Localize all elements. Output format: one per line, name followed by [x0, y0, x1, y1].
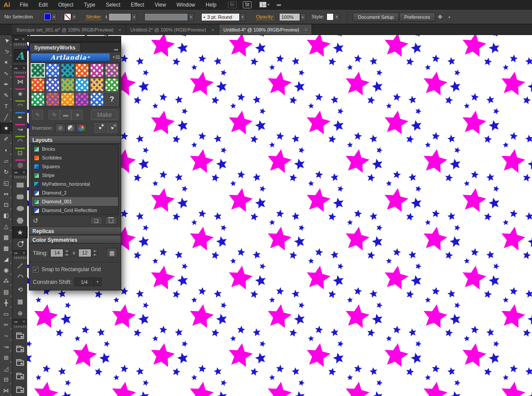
pattern-swatch-teal-ikat[interactable]	[60, 63, 75, 78]
menu-edit[interactable]: Edit	[33, 2, 53, 8]
layout-item-scribbles[interactable]: Scribbles	[32, 153, 118, 162]
polygon-tool[interactable]	[13, 215, 28, 226]
pattern-swatch-blue-flower[interactable]	[90, 92, 104, 106]
menu-effect[interactable]: Effect	[126, 2, 149, 8]
stroke-label[interactable]: Stroke:	[86, 14, 102, 20]
pattern-swatch-peacock-scallop[interactable]	[31, 63, 45, 78]
pattern-swatch-gold-lattice[interactable]	[90, 78, 104, 92]
menu-select[interactable]: Select	[101, 2, 126, 8]
stroke-weight-control[interactable]: ▲▼ ▾	[105, 13, 137, 21]
menu-object[interactable]: Object	[53, 2, 79, 8]
constrain-shift-dropdown[interactable]: 1/4 ▼	[74, 278, 102, 286]
clear-cursor-button[interactable]: ►⊘	[107, 123, 117, 133]
dock-close-icon[interactable]: ✕	[22, 37, 25, 41]
column-graph-tool[interactable]: ▤	[0, 286, 12, 297]
selection-tool[interactable]: ►	[0, 35, 12, 46]
symmetry-bird-tool[interactable]: ↝	[13, 122, 28, 134]
pattern-swatch-green-pinwheel[interactable]	[31, 92, 45, 106]
rectangular-grid-tool[interactable]: ▦	[13, 295, 28, 307]
rectangle-button[interactable]: ▬	[60, 110, 71, 120]
color-symmetries-header[interactable]: Color Symmetries	[29, 236, 121, 244]
symmetry-knife-tool[interactable]: ✒	[13, 110, 28, 122]
type-tool[interactable]: T	[0, 101, 12, 112]
pattern-swatch-blue-snowflake[interactable]	[75, 78, 89, 92]
mesh-tool[interactable]: ▦	[0, 232, 12, 243]
width-tool[interactable]: ↭	[0, 188, 12, 199]
pattern-library-folder-2[interactable]	[13, 342, 28, 356]
tiling-y-stepper[interactable]: ▲▼	[92, 249, 98, 257]
pattern-swatch-purple-hex[interactable]	[46, 92, 60, 106]
artlandia-logo[interactable]: Artlandia®	[31, 53, 110, 61]
inversion-none-button[interactable]: ⊘	[55, 124, 66, 132]
stock-icon[interactable]: St	[243, 1, 252, 8]
new-layout-icon[interactable]: ❏	[90, 217, 102, 225]
document-tab-3[interactable]: Untitled-4* @ 108% (RGB/Preview)×	[219, 25, 312, 35]
stroke-caret-icon[interactable]: ▾	[71, 13, 77, 21]
dock-grip[interactable]	[14, 43, 26, 46]
dock-group-header[interactable]: ▸▸✕	[13, 170, 27, 175]
stroke-weight-stepper[interactable]: ▲▼	[105, 15, 108, 19]
symmetry-arc-select-tool[interactable]: ◠	[13, 99, 28, 110]
replicas-header[interactable]: Replicas	[29, 227, 121, 235]
style-swatch[interactable]	[326, 13, 334, 21]
share-icon[interactable]: ➥	[276, 1, 282, 8]
pattern-swatch-olive-diamond[interactable]	[60, 78, 75, 92]
dock-collapse-icon[interactable]: ▸▸	[15, 37, 18, 41]
pattern-swatch-red-greek-key[interactable]	[31, 78, 45, 92]
perspective-grid-tool[interactable]: △	[0, 221, 12, 232]
workspace-caret-icon[interactable]: ▾	[268, 3, 270, 7]
opacity-label[interactable]: Opacity:	[256, 14, 274, 20]
apply-cursor-button[interactable]: ►✱	[94, 123, 105, 133]
document-tab-1[interactable]: Baroque set_001.ai* @ 108% (RGB/Preview)…	[12, 25, 126, 35]
blend-tool[interactable]: ◉	[0, 265, 12, 276]
symbol-sprayer-tool[interactable]: ⁂	[0, 276, 12, 286]
tab-close-icon[interactable]: ×	[304, 27, 307, 32]
stroke-none-swatch[interactable]	[64, 13, 71, 21]
layout-item-mypatterns-horizontal[interactable]: MyPatterns_horizontal	[32, 180, 118, 188]
free-transform-tool[interactable]: ⊡	[0, 199, 12, 210]
shapes-rotate-button[interactable]: ↻	[49, 110, 60, 120]
pattern-swatch-orange-triskelion[interactable]	[60, 92, 75, 106]
panel-menu-icon[interactable]: ▾	[113, 55, 120, 59]
pattern-library-folder-5[interactable]	[13, 382, 28, 396]
menu-help[interactable]: Help	[200, 2, 222, 8]
layout-item-stripe[interactable]: Stripe	[32, 171, 118, 180]
panel-collapse-icon[interactable]: ◂◂	[111, 47, 121, 52]
dock-grip[interactable]	[14, 176, 26, 178]
curvature-tool[interactable]: ∼	[0, 330, 12, 341]
document-tab-2[interactable]: Untitled-2* @ 100% (RGB/Preview)×	[126, 25, 219, 35]
pattern-swatch-orange-crown[interactable]	[75, 63, 89, 78]
rotate-tool[interactable]: ↻	[0, 166, 12, 177]
tiling-x-field[interactable]: 14	[50, 249, 63, 257]
inversion-color-button[interactable]	[76, 124, 87, 132]
layout-item-bricks[interactable]: Bricks	[32, 145, 118, 153]
line-segment-tool[interactable]: ╱	[0, 112, 12, 123]
dock-group-header[interactable]: ▸▸✕	[13, 65, 27, 71]
snap-checkbox[interactable]: ✓	[33, 267, 38, 272]
bounding-box-tool[interactable]: ⊞	[0, 352, 12, 363]
pattern-library-folder-3[interactable]	[13, 356, 28, 369]
pattern-swatch-magenta-ornament[interactable]	[90, 63, 104, 78]
scale-tool[interactable]: ◱	[0, 177, 12, 188]
symmetry-lens-tool[interactable]: ◎	[13, 158, 28, 170]
pattern-swatch-indigo-motif[interactable]	[46, 78, 60, 92]
fill-caret-icon[interactable]: ▾	[51, 13, 57, 21]
tiling-grid-icon[interactable]: ▦	[107, 248, 117, 258]
inversion-gray-button[interactable]	[66, 124, 76, 132]
measure-tool[interactable]: ⊟	[0, 374, 12, 385]
preferences-button[interactable]: Preferences	[399, 13, 435, 21]
pattern-swatch-harlequin-diamonds[interactable]	[105, 63, 119, 78]
brush-caret-icon[interactable]: ▾	[240, 13, 245, 21]
align-pixel-grid-icon[interactable]: ❖	[438, 14, 443, 20]
delete-layout-icon[interactable]	[105, 217, 117, 225]
symmetry-frame-tool[interactable]: ⊡	[13, 146, 28, 158]
eraser-tool[interactable]: ▱	[0, 156, 12, 166]
shape-builder-tool[interactable]: ◧	[0, 210, 12, 221]
orbit-tool[interactable]	[13, 238, 28, 250]
opacity-control[interactable]: 100% ▸	[279, 13, 306, 21]
layout-item-squares[interactable]: Squares	[32, 162, 118, 171]
fill-color-control[interactable]: ▾	[44, 13, 57, 21]
lasso-tool[interactable]: ∿	[0, 68, 12, 79]
pattern-library-folder-4[interactable]	[13, 369, 28, 383]
slice-tool[interactable]: ✂	[0, 319, 12, 330]
